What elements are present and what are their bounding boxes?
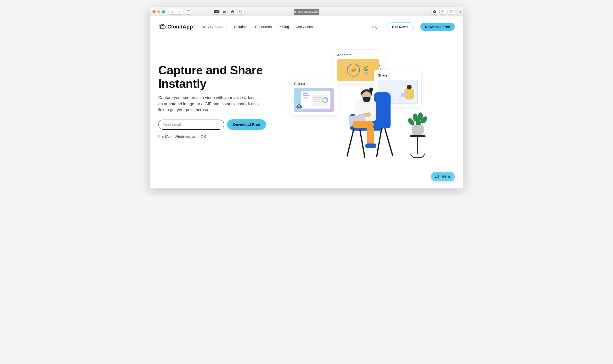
downloads-button[interactable] — [431, 9, 438, 14]
browser-window: ABP getcloudapp.com — [150, 7, 463, 188]
new-tab-button[interactable]: + — [458, 7, 463, 16]
minimize-window-button[interactable] — [157, 10, 160, 13]
svg-point-5 — [231, 10, 234, 13]
svg-rect-9 — [449, 11, 452, 13]
nav-usecases[interactable]: Use Cases — [296, 25, 313, 29]
svg-rect-11 — [364, 72, 368, 75]
mini-window-icon — [301, 91, 331, 109]
reload-button[interactable] — [314, 10, 318, 14]
work-email-input[interactable] — [158, 120, 224, 130]
svg-rect-14 — [312, 95, 328, 106]
help-widget[interactable]: Help — [431, 172, 455, 181]
toolbar-right — [431, 9, 454, 14]
card-create-title: Create — [294, 81, 334, 86]
extensions: ABP — [213, 9, 244, 14]
forward-button[interactable] — [176, 9, 183, 14]
card-share-title: Share — [378, 73, 418, 77]
annotate-image — [337, 59, 379, 81]
site-nav: CloudApp™ Why CloudApp? Solutions Resour… — [158, 21, 455, 33]
back-button[interactable] — [169, 9, 176, 14]
logo-text: CloudApp™ — [167, 24, 196, 30]
card-create: Create — [290, 78, 338, 116]
hero-illustration: Annotate Create — [290, 49, 455, 162]
avatar-icon — [296, 104, 302, 110]
address-bar[interactable]: getcloudapp.com — [293, 9, 319, 15]
sidebar-toggle-button[interactable] — [185, 9, 192, 14]
pocket-extension-icon[interactable] — [237, 9, 244, 14]
close-window-button[interactable] — [153, 10, 155, 13]
nav-buttons — [169, 9, 183, 14]
browser-toolbar: ABP getcloudapp.com — [150, 7, 463, 16]
svg-rect-2 — [223, 11, 224, 13]
svg-point-19 — [298, 105, 300, 107]
download-free-button[interactable]: Download Free — [227, 119, 266, 130]
share-button[interactable] — [439, 9, 446, 14]
lock-icon — [293, 10, 296, 13]
hero: Capture and Share Instantly Capture your… — [158, 49, 455, 162]
svg-rect-3 — [224, 11, 225, 13]
get-demo-button[interactable]: Get Demo — [387, 23, 414, 31]
svg-rect-6 — [294, 12, 296, 13]
platforms-text: For Mac, Windows, and iOS — [158, 135, 283, 139]
hero-copy: Capture and Share Instantly Capture your… — [158, 49, 283, 162]
window-controls — [153, 10, 165, 13]
download-free-nav-button[interactable]: Download Free — [420, 23, 455, 31]
signup-form: Download Free — [158, 119, 283, 130]
extension-icon[interactable] — [221, 9, 228, 14]
grammarly-extension-icon[interactable] — [229, 9, 236, 14]
page-content: CloudApp™ Why CloudApp? Solutions Resour… — [150, 16, 463, 188]
coffee-cup-icon — [347, 64, 360, 77]
nav-resources[interactable]: Resources — [255, 25, 272, 29]
adblock-extension-icon[interactable]: ABP — [213, 9, 220, 14]
help-label: Help — [442, 174, 450, 179]
main-illustration — [335, 85, 422, 162]
maximize-window-button[interactable] — [162, 10, 165, 13]
nav-pricing[interactable]: Pricing — [279, 25, 289, 29]
nav-solutions[interactable]: Solutions — [234, 25, 249, 29]
create-image — [294, 88, 334, 112]
svg-rect-16 — [313, 99, 321, 100]
hero-subtitle: Capture your screen as a video with your… — [158, 95, 259, 113]
svg-rect-15 — [313, 97, 322, 98]
cloud-icon — [158, 24, 166, 30]
svg-rect-12 — [303, 95, 309, 96]
hero-title: Capture and Share Instantly — [158, 64, 283, 91]
plant-icon — [362, 65, 369, 76]
logo[interactable]: CloudApp™ — [158, 24, 196, 30]
tabs-button[interactable] — [447, 9, 454, 14]
svg-rect-17 — [313, 101, 320, 102]
chat-icon — [434, 174, 439, 179]
svg-rect-10 — [450, 10, 452, 12]
nav-login[interactable]: Login — [372, 25, 380, 29]
card-annotate-title: Annotate — [337, 53, 379, 57]
svg-rect-13 — [303, 97, 308, 99]
nav-why[interactable]: Why CloudApp? — [202, 25, 227, 29]
svg-rect-0 — [187, 10, 190, 13]
svg-rect-4 — [225, 11, 225, 13]
